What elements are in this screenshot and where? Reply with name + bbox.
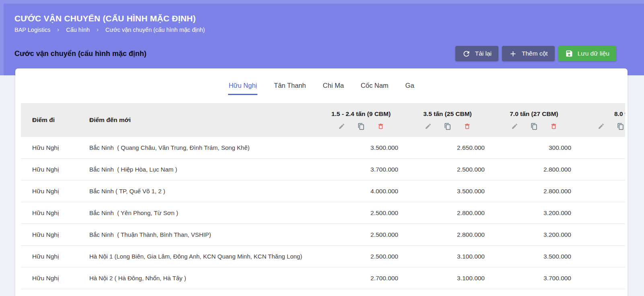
- table-row: Hữu Nghị Bắc Ninh ( Quang Châu, Vân Trun…: [21, 137, 625, 159]
- table-header-row: Điểm đi Điểm đến mới 1.5 - 2.4 tấn (9 CB…: [21, 103, 625, 137]
- rates-table-scroll[interactable]: Điểm đi Điểm đến mới 1.5 - 2.4 tấn (9 CB…: [21, 103, 625, 296]
- edit-column-icon[interactable]: [511, 123, 518, 130]
- cell-destination: Bắc Ninh ( Thuận Thành, Bình Than, VSHIP…: [80, 231, 318, 238]
- cell-from: Hữu Nghị: [21, 188, 80, 195]
- cell-destination: Bắc Ninh ( Yên Phong, Từ Sơn ): [80, 209, 318, 216]
- rates-table: Điểm đi Điểm đến mới 1.5 - 2.4 tấn (9 CB…: [21, 103, 625, 296]
- price-column-actions: [511, 123, 557, 130]
- tab-hữu-nghị[interactable]: Hữu Nghị: [228, 76, 257, 95]
- header-from: Điểm đi: [21, 103, 80, 137]
- header-price-column: 8.0 t: [577, 103, 625, 137]
- chevron-right-icon: [56, 28, 60, 32]
- edit-column-icon[interactable]: [598, 123, 605, 130]
- cell-price[interactable]: 2.800.000: [491, 166, 577, 173]
- toolbar: Cước vận chuyển (cấu hình mặc định) Tải …: [14, 46, 616, 61]
- cell-price[interactable]: 2.800.000: [491, 188, 577, 195]
- cell-price[interactable]: 3.200.000: [491, 231, 577, 238]
- cell-price[interactable]: 3.700.000: [491, 275, 577, 282]
- delete-column-icon[interactable]: [464, 123, 471, 130]
- cell-from: Hữu Nghị: [21, 253, 80, 260]
- table-body: Hữu Nghị Bắc Ninh ( Quang Châu, Vân Trun…: [21, 137, 625, 296]
- toolbar-buttons: Tải lại Thêm cột Lưu dữ liệu: [455, 46, 616, 61]
- table-row: Hữu Nghị Hà Nội 2 ( Hà Đông, Nhổn, Hà Tâ…: [21, 267, 625, 289]
- save-button-label: Lưu dữ liệu: [578, 50, 609, 57]
- cell-destination: Bắc Ninh ( TP, Quế Võ 1, 2 ): [80, 188, 318, 195]
- cell-price[interactable]: 2.800.000: [404, 209, 491, 217]
- save-icon: [565, 50, 573, 58]
- cell-from: Hữu Nghị: [21, 166, 80, 173]
- table-row: Hữu Nghị Bắc Ninh ( Yên Phong, Từ Sơn ) …: [21, 202, 625, 224]
- cell-price[interactable]: 2.500.000: [318, 231, 404, 238]
- header-price-column: 3.5 tấn (25 CBM): [404, 103, 491, 137]
- cell-price[interactable]: 3.200.000: [491, 209, 577, 217]
- table-row: Hữu Nghị Bắc Ninh ( Thuận Thành, Bình Th…: [21, 224, 625, 246]
- price-column-actions: [338, 123, 384, 130]
- price-column-label: 7.0 tấn (27 CBM): [510, 110, 558, 118]
- add-column-button-label: Thêm cột: [522, 50, 548, 57]
- copy-column-icon[interactable]: [444, 123, 451, 130]
- cell-price[interactable]: 2.800.000: [404, 231, 491, 238]
- cell-price[interactable]: 2.650.000: [404, 144, 491, 151]
- cell-price[interactable]: 3.100.000: [404, 275, 491, 282]
- cell-price[interactable]: 2.700.000: [318, 275, 404, 282]
- reload-button-label: Tải lại: [475, 50, 492, 57]
- cell-price[interactable]: 3.500.000: [491, 253, 577, 260]
- price-column-actions: [598, 123, 625, 130]
- header-price-column: 7.0 tấn (27 CBM): [491, 103, 577, 137]
- page-title: CƯỚC VẬN CHUYỂN (CẤU HÌNH MẶC ĐỊNH): [14, 13, 616, 24]
- breadcrumb-item[interactable]: Cấu hình: [66, 26, 90, 34]
- table-row: Hữu Nghị Hà Nội 1 (Long Biên, Gia Lâm, Đ…: [21, 246, 625, 267]
- cell-price[interactable]: 3.500.000: [318, 144, 404, 151]
- cell-from: Hữu Nghị: [21, 231, 80, 238]
- header-destination: Điểm đến mới: [80, 103, 318, 137]
- cell-price[interactable]: 2.500.000: [404, 166, 491, 173]
- delete-column-icon[interactable]: [377, 123, 384, 130]
- cell-from: Hữu Nghị: [21, 144, 80, 151]
- tab-bar: Hữu NghịTân ThanhChi MaCốc NamGa: [15, 68, 628, 95]
- cell-destination: Hà Nội 1 (Long Biên, Gia Lâm, Đông Anh, …: [80, 253, 318, 260]
- breadcrumb: BAP LogisticsCấu hìnhCước vận chuyển (cấ…: [14, 26, 616, 34]
- tab-chi-ma[interactable]: Chi Ma: [323, 76, 344, 95]
- cell-destination: Bắc Ninh ( Quang Châu, Vân Trung, Đình T…: [80, 144, 318, 151]
- cell-price[interactable]: 4.000.000: [318, 188, 404, 195]
- breadcrumb-item[interactable]: Cước vận chuyển (cấu hình mặc định): [105, 26, 205, 34]
- cell-price[interactable]: 3.700.000: [318, 166, 404, 173]
- plus-icon: [509, 50, 517, 58]
- reload-button[interactable]: Tải lại: [455, 46, 498, 61]
- save-button[interactable]: Lưu dữ liệu: [558, 46, 616, 61]
- price-column-actions: [425, 123, 471, 130]
- cell-from: Hữu Nghị: [21, 209, 80, 217]
- cell-price[interactable]: 3.100.000: [404, 253, 491, 260]
- edit-column-icon[interactable]: [338, 123, 345, 130]
- cell-destination: Bắc Ninh ( Hiệp Hòa, Lục Nam ): [80, 166, 318, 173]
- header-price-column: 1.5 - 2.4 tấn (9 CBM): [318, 103, 404, 137]
- edit-column-icon[interactable]: [425, 123, 432, 130]
- breadcrumb-item[interactable]: BAP Logistics: [14, 26, 50, 34]
- add-column-button[interactable]: Thêm cột: [502, 46, 555, 61]
- content-card: Hữu NghịTân ThanhChi MaCốc NamGa Điểm đi…: [15, 68, 628, 296]
- tab-ga[interactable]: Ga: [405, 76, 415, 95]
- section-title: Cước vận chuyển (cấu hình mặc định): [14, 50, 146, 58]
- copy-column-icon[interactable]: [531, 123, 538, 130]
- price-column-label: 1.5 - 2.4 tấn (9 CBM): [331, 110, 391, 118]
- cell-price[interactable]: 3.500.000: [404, 188, 491, 195]
- price-column-label: 8.0 t: [614, 110, 625, 118]
- cell-price[interactable]: 300.000: [491, 144, 577, 151]
- cell-price[interactable]: 2.500.000: [318, 253, 404, 260]
- table-row: Hữu Nghị Bắc Ninh ( TP, Quế Võ 1, 2 ) 4.…: [21, 180, 625, 202]
- refresh-icon: [462, 50, 471, 58]
- table-row: [21, 289, 625, 296]
- page-header: CƯỚC VẬN CHUYỂN (CẤU HÌNH MẶC ĐỊNH) BAP …: [0, 0, 644, 75]
- delete-column-icon[interactable]: [550, 123, 557, 130]
- chevron-right-icon: [95, 28, 100, 32]
- tab-cốc-nam[interactable]: Cốc Nam: [360, 76, 389, 95]
- copy-column-icon[interactable]: [358, 123, 365, 130]
- cell-from: Hữu Nghị: [21, 275, 80, 282]
- table-row: Hữu Nghị Bắc Ninh ( Hiệp Hòa, Lục Nam ) …: [21, 159, 625, 180]
- tab-tân-thanh[interactable]: Tân Thanh: [274, 76, 307, 95]
- price-column-label: 3.5 tấn (25 CBM): [423, 110, 472, 118]
- copy-column-icon[interactable]: [617, 123, 624, 130]
- cell-destination: Hà Nội 2 ( Hà Đông, Nhổn, Hà Tây ): [80, 275, 318, 282]
- cell-price[interactable]: 2.500.000: [318, 209, 404, 217]
